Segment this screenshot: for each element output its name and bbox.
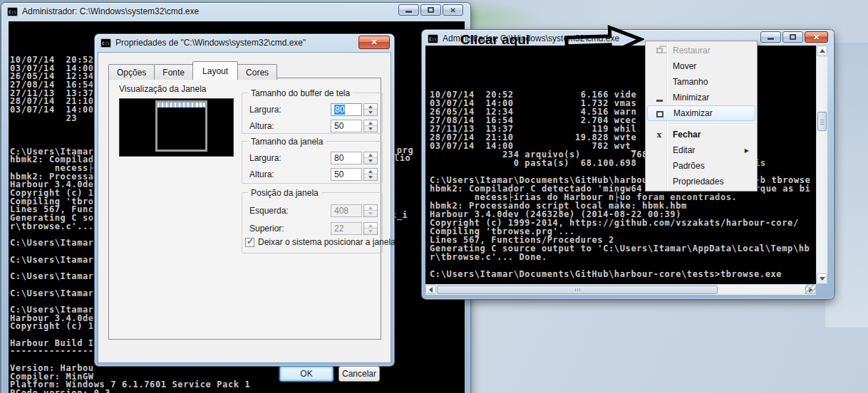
spin-down-icon[interactable] bbox=[364, 110, 377, 115]
console-text-fragment: rque as bi bbox=[755, 184, 810, 193]
spin-up-icon[interactable] bbox=[364, 120, 377, 126]
vertical-scrollbar-thumb[interactable] bbox=[817, 112, 827, 131]
dialog-close-button[interactable]: ✕ bbox=[358, 36, 390, 49]
minimize-icon bbox=[768, 38, 774, 40]
miniature-buttons bbox=[196, 103, 205, 106]
window-width-stepper[interactable] bbox=[363, 152, 378, 164]
group-buffer-size: Tamanho do buffer de tela Largura: 80 Al… bbox=[242, 93, 383, 134]
close-icon: x bbox=[653, 127, 665, 142]
spin-up-icon[interactable] bbox=[364, 169, 377, 174]
preview-label: Visualização da Janela bbox=[119, 84, 207, 94]
spin-down-icon[interactable] bbox=[364, 158, 377, 164]
close-icon: ✕ bbox=[371, 38, 377, 46]
position-top-input: 22 bbox=[331, 222, 362, 235]
window-height-stepper[interactable] bbox=[363, 168, 378, 181]
resize-grip[interactable] bbox=[805, 285, 815, 294]
maximize-icon bbox=[790, 34, 796, 40]
auto-position-checkbox[interactable]: ✓ bbox=[245, 238, 254, 247]
minimize-button[interactable] bbox=[760, 31, 781, 43]
field-label: Altura: bbox=[249, 121, 274, 131]
menu-item-editar[interactable]: Editar ▶ bbox=[647, 142, 755, 158]
spin-up-icon bbox=[364, 223, 377, 229]
menu-item-mover[interactable]: Mover bbox=[647, 58, 755, 74]
group-window-size: Tamanho da janela Largura: 80 Altura: 50 bbox=[242, 141, 383, 184]
spin-down-icon[interactable] bbox=[364, 126, 377, 132]
maximize-button[interactable] bbox=[420, 4, 441, 16]
scroll-left-button[interactable] bbox=[425, 285, 436, 294]
menu-item-padroes[interactable]: Padrões bbox=[647, 158, 755, 174]
horizontal-scrollbar[interactable] bbox=[425, 284, 816, 295]
window-height-input[interactable]: 50 bbox=[331, 168, 362, 181]
field-label: Esquerda: bbox=[249, 206, 289, 216]
window-preview bbox=[119, 98, 234, 157]
field-value: 80 bbox=[334, 105, 345, 115]
buffer-width-stepper[interactable] bbox=[363, 103, 378, 116]
spin-down-icon bbox=[364, 229, 377, 234]
restore-icon bbox=[653, 43, 665, 58]
tab-layout[interactable]: Layout bbox=[192, 61, 238, 80]
maximize-icon bbox=[428, 7, 434, 13]
close-icon: ✕ bbox=[450, 6, 455, 14]
dialog-title: Propriedades de "C:\Windows\system32\cmd… bbox=[115, 38, 306, 48]
spin-up-icon bbox=[364, 205, 377, 211]
cmd-icon: C:\ bbox=[100, 38, 111, 48]
vertical-scrollbar[interactable] bbox=[816, 46, 827, 284]
menu-item-tamanho[interactable]: Tamanho bbox=[647, 74, 755, 90]
group-title: Posição da janela bbox=[248, 188, 321, 198]
maximize-button[interactable] bbox=[782, 31, 803, 43]
horizontal-scrollbar-thumb[interactable] bbox=[437, 285, 718, 294]
cancel-button[interactable]: Cancelar bbox=[339, 366, 380, 382]
scroll-down-button[interactable] bbox=[817, 273, 827, 284]
spin-up-icon[interactable] bbox=[364, 152, 377, 158]
checkbox-label: Deixar o sistema posicionar a janela bbox=[258, 237, 396, 247]
spin-down-icon[interactable] bbox=[364, 174, 377, 180]
buffer-height-input[interactable]: 50 bbox=[331, 120, 362, 132]
position-left-stepper bbox=[363, 204, 378, 217]
minimize-icon bbox=[405, 11, 412, 13]
scroll-up-button[interactable] bbox=[817, 46, 827, 56]
spin-up-icon[interactable] bbox=[364, 104, 377, 110]
arrow-left-icon bbox=[429, 287, 433, 293]
minimize-icon bbox=[653, 90, 665, 105]
minimize-button[interactable] bbox=[398, 4, 419, 16]
ok-button[interactable]: OK bbox=[279, 366, 334, 382]
group-title: Tamanho do buffer de tela bbox=[248, 88, 353, 98]
properties-dialog: C:\ Propriedades de "C:\Windows\system32… bbox=[95, 34, 394, 366]
menu-item-minimizar[interactable]: Minimizar bbox=[647, 90, 755, 105]
close-button[interactable]: ✕ bbox=[443, 4, 463, 16]
arrow-up-icon bbox=[820, 49, 825, 53]
dialog-body: Opções Fonte Layout Cores Visualização d… bbox=[98, 52, 391, 363]
cmd-icon: C:\ bbox=[428, 34, 438, 43]
menu-item-maximizar[interactable]: Maximizar bbox=[647, 105, 755, 121]
field-label: Largura: bbox=[249, 153, 281, 163]
group-title: Tamanho da janela bbox=[248, 137, 326, 147]
tab-opcoes[interactable]: Opções bbox=[108, 64, 155, 80]
spin-down-icon bbox=[364, 211, 377, 216]
menu-item-fechar[interactable]: x Fechar bbox=[647, 127, 755, 142]
cmd-window-foreground: C:\ Administrador: C:\Windows\system32\c… bbox=[422, 30, 834, 299]
menu-item-restaurar: Restaurar bbox=[647, 43, 755, 58]
dialog-titlebar[interactable]: C:\ Propriedades de "C:\Windows\system32… bbox=[95, 34, 394, 51]
window-preview-miniature bbox=[155, 100, 207, 152]
close-icon: ✕ bbox=[813, 33, 820, 41]
tab-cores[interactable]: Cores bbox=[237, 64, 277, 80]
buffer-height-stepper[interactable] bbox=[363, 120, 378, 132]
window-width-input[interactable]: 80 bbox=[331, 152, 362, 164]
submenu-arrow-icon: ▶ bbox=[745, 147, 749, 154]
arrow-annotation bbox=[564, 23, 645, 58]
tab-fonte[interactable]: Fonte bbox=[154, 64, 193, 80]
system-context-menu: Restaurar Mover Tamanho Minimizar Maximi… bbox=[645, 41, 758, 192]
maximize-icon bbox=[654, 106, 666, 122]
right-window-caption-buttons: ✕ bbox=[760, 31, 828, 43]
left-window-caption-buttons: ✕ bbox=[398, 4, 463, 16]
field-label: Largura: bbox=[249, 105, 281, 115]
desktop: { "annotation": { "label": "Clicar aqui"… bbox=[0, 0, 868, 393]
field-label: Superior: bbox=[249, 224, 284, 234]
buffer-width-input[interactable]: 80 bbox=[331, 103, 362, 116]
field-label: Altura: bbox=[249, 169, 274, 179]
left-window-title: Administrador: C:\Windows\system32\cmd.e… bbox=[22, 6, 199, 16]
close-button[interactable]: ✕ bbox=[805, 31, 828, 43]
menu-separator bbox=[669, 123, 754, 125]
menu-item-propriedades[interactable]: Propriedades bbox=[647, 174, 755, 189]
layout-tab-panel: Visualização da Janela Tamanho do buffer… bbox=[108, 78, 381, 340]
